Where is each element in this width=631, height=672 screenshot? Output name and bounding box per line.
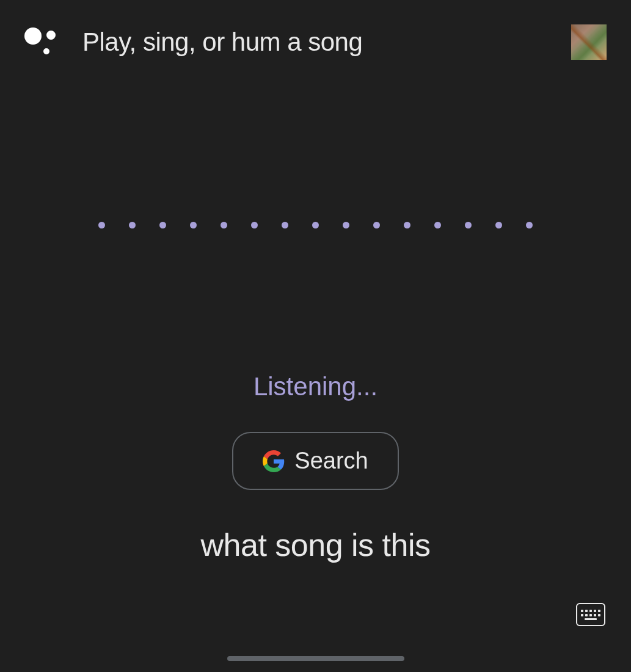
waveform-dot (282, 222, 288, 228)
page-title: Play, sing, or hum a song (82, 27, 362, 57)
waveform-dot (312, 222, 319, 228)
waveform-dot (526, 222, 533, 228)
waveform-dot (251, 222, 258, 228)
header: Play, sing, or hum a song (0, 0, 631, 60)
waveform-dot (159, 222, 166, 228)
waveform-dot (465, 222, 472, 228)
listening-status: Listening... (0, 372, 631, 401)
voice-transcript: what song is this (0, 527, 631, 563)
avatar[interactable] (571, 24, 607, 60)
waveform-dot (343, 222, 349, 228)
waveform-dot (404, 222, 410, 228)
waveform-dot (495, 222, 502, 228)
waveform-dot (129, 222, 136, 228)
waveform-dot (98, 222, 105, 228)
search-button-label: Search (294, 448, 368, 474)
google-assistant-icon[interactable] (24, 26, 58, 59)
waveform-dot (190, 222, 197, 228)
search-button[interactable]: Search (232, 432, 398, 490)
header-left: Play, sing, or hum a song (24, 26, 362, 59)
keyboard-button[interactable] (576, 603, 605, 626)
home-indicator[interactable] (227, 656, 404, 661)
keyboard-icon (581, 610, 600, 620)
waveform-dot (373, 222, 380, 228)
google-logo-icon (263, 450, 285, 472)
waveform-dot (221, 222, 227, 228)
audio-waveform (0, 222, 631, 228)
waveform-dot (434, 222, 441, 228)
